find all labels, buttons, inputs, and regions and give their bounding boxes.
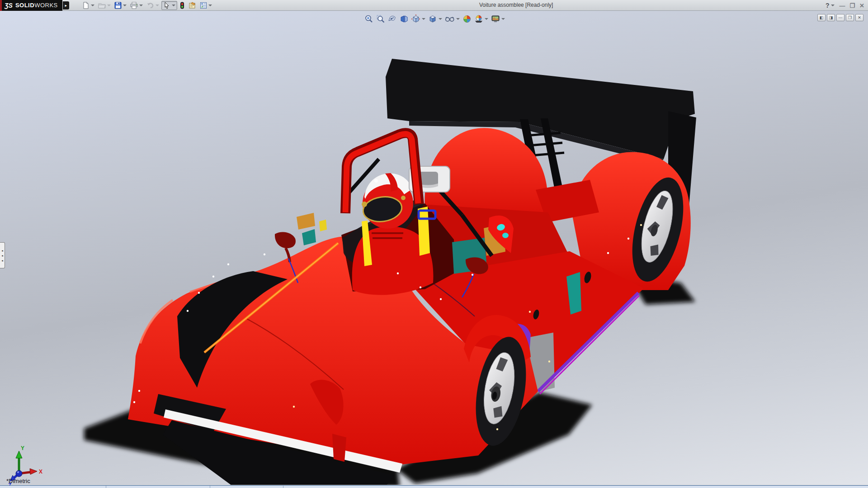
view-orientation-caret[interactable] — [422, 18, 425, 20]
save-caret[interactable] — [123, 5, 127, 6]
rebuild-button[interactable] — [178, 1, 186, 9]
view-orientation-label: *Dimetric — [6, 478, 30, 484]
view-orientation-icon — [411, 14, 420, 23]
title-bar: ƷS SOLIDWORKS ▸ — [0, 0, 868, 11]
apply-scene-icon — [474, 14, 483, 23]
zoom-to-fit-button[interactable] — [364, 14, 373, 23]
display-style-icon — [428, 14, 437, 23]
headsup-view-toolbar — [364, 14, 505, 23]
section-view-icon — [400, 14, 409, 23]
doc-minimize-button[interactable]: — — [836, 14, 844, 21]
restore-button[interactable]: ❐ — [849, 3, 855, 9]
logo-name-light: WORKS — [34, 2, 58, 9]
triad-y-label: Y — [21, 445, 24, 451]
logo-name-bold: SOLID — [15, 2, 34, 9]
view-settings-button[interactable] — [491, 14, 505, 23]
car-assembly-model[interactable] — [0, 11, 868, 485]
collapse-arrow-icon: ◂ — [1, 259, 3, 262]
edit-appearance-button[interactable] — [462, 14, 472, 23]
graphics-viewport[interactable]: ◧ ◨ — ❐ ✕ ◂ ◂ ◂ Y X Z *Dimetric — [0, 11, 868, 485]
options-button[interactable] — [198, 1, 213, 9]
file-properties-icon — [189, 2, 196, 9]
zoom-to-area-icon — [376, 14, 385, 23]
zoom-to-area-button[interactable] — [376, 14, 385, 23]
doc-restore-button[interactable]: ❐ — [846, 14, 854, 21]
zoom-to-fit-icon — [364, 14, 373, 23]
print-button[interactable] — [129, 1, 144, 9]
solidworks-logo: ƷS SOLIDWORKS — [0, 0, 62, 11]
print-caret[interactable] — [139, 5, 143, 6]
hide-show-items-button[interactable] — [445, 14, 460, 23]
apply-scene-button[interactable] — [474, 14, 488, 23]
doc-close-button[interactable]: ✕ — [855, 14, 863, 21]
apply-scene-caret[interactable] — [485, 18, 488, 20]
pane-left-button[interactable]: ◧ — [817, 14, 826, 21]
titlebar-controls: ? — ❐ ✕ — [826, 0, 864, 11]
display-style-button[interactable] — [428, 14, 442, 23]
file-properties-button[interactable] — [187, 1, 198, 9]
save-button[interactable] — [113, 1, 128, 9]
options-caret[interactable] — [208, 5, 212, 6]
print-icon — [130, 2, 138, 9]
undo-caret — [156, 5, 159, 6]
undo-icon — [146, 2, 154, 9]
view-settings-caret[interactable] — [501, 18, 505, 20]
open-caret — [107, 5, 111, 6]
collapsed-panel-tab[interactable]: ◂ ◂ ◂ — [0, 242, 5, 268]
open-button[interactable] — [97, 1, 112, 9]
help-button[interactable]: ? — [826, 2, 830, 9]
collapse-arrow-icon: ◂ — [1, 249, 3, 252]
minimize-button[interactable]: — — [839, 3, 845, 9]
help-caret[interactable] — [831, 5, 835, 6]
select-cursor-icon — [163, 2, 170, 9]
view-orientation-button[interactable] — [411, 14, 425, 23]
new-document-icon — [82, 2, 90, 9]
standard-toolbar — [81, 1, 213, 10]
previous-view-icon — [388, 14, 397, 23]
view-settings-icon — [491, 14, 500, 23]
window-title: Voiture assomblee [Read-only] — [479, 2, 660, 8]
open-folder-icon — [98, 2, 106, 9]
document-window-controls: ◧ ◨ — ❐ ✕ — [817, 14, 863, 21]
edit-appearance-icon — [462, 14, 472, 23]
select-button[interactable] — [161, 1, 177, 10]
solidworks-window: ƷS SOLIDWORKS ▸ — [0, 0, 868, 488]
logo-mark: ƷS — [5, 2, 13, 9]
previous-view-button[interactable] — [388, 14, 397, 23]
menu-flyout-arrow[interactable]: ▸ — [63, 1, 69, 9]
display-style-caret[interactable] — [439, 18, 442, 20]
rebuild-traffic-light-icon — [179, 2, 185, 9]
collapse-arrow-icon: ◂ — [1, 254, 3, 257]
select-caret[interactable] — [172, 5, 175, 6]
close-button[interactable]: ✕ — [859, 3, 864, 9]
hide-show-items-caret[interactable] — [456, 18, 460, 20]
undo-button — [145, 1, 160, 9]
hide-show-items-icon — [445, 14, 455, 23]
pane-right-button[interactable]: ◨ — [827, 14, 835, 21]
new-document-button[interactable] — [81, 1, 96, 9]
save-icon — [114, 2, 122, 9]
section-view-button[interactable] — [400, 14, 409, 23]
status-bar — [0, 485, 868, 488]
options-icon — [200, 2, 207, 9]
triad-x-label: X — [39, 469, 42, 475]
new-document-caret[interactable] — [91, 5, 94, 6]
